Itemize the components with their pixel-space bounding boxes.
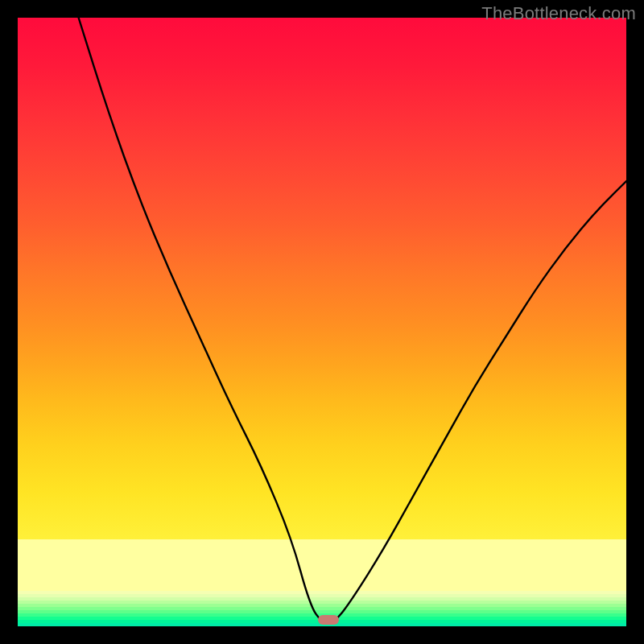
plot-area xyxy=(18,18,626,626)
watermark-text: TheBottleneck.com xyxy=(481,3,636,24)
bottleneck-curve xyxy=(18,18,626,626)
chart-frame: TheBottleneck.com xyxy=(0,0,644,644)
min-marker xyxy=(318,615,339,625)
